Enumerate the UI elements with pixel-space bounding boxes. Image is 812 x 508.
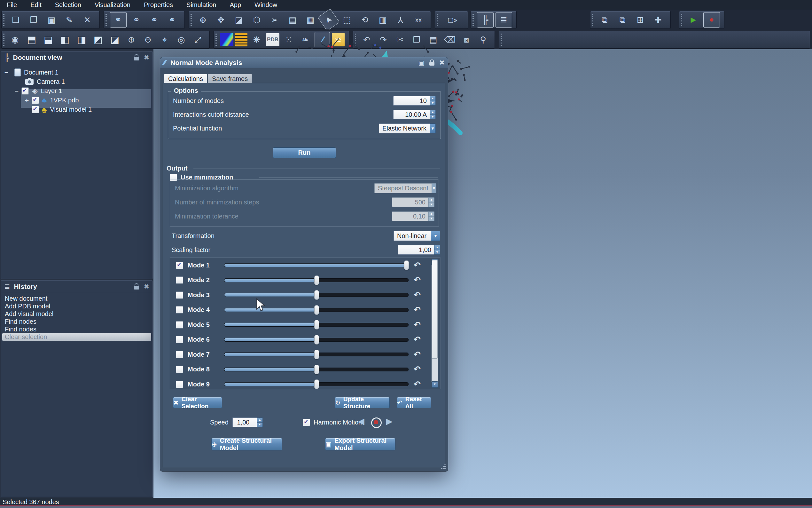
history-item[interactable]: New document bbox=[2, 295, 151, 302]
deselect-layer-icon[interactable]: ⧉ bbox=[614, 12, 630, 27]
mode-amplitude-slider[interactable] bbox=[224, 382, 409, 386]
mode-checkbox[interactable] bbox=[176, 366, 183, 373]
colormap-app-icon[interactable] bbox=[220, 33, 233, 46]
pin-panel-icon[interactable] bbox=[134, 286, 139, 290]
record-simulation-icon[interactable]: ● bbox=[703, 12, 720, 28]
spin-arrows[interactable]: ▲▼ bbox=[430, 96, 436, 105]
pin-panel-icon[interactable] bbox=[134, 57, 139, 60]
mode-amplitude-slider[interactable] bbox=[224, 323, 409, 327]
view-left-icon[interactable]: ◧ bbox=[57, 32, 72, 47]
tree-node-pdb[interactable]: + ♣ 1VPK.pdb bbox=[1, 96, 151, 105]
slider-handle[interactable] bbox=[314, 276, 319, 285]
history-item[interactable]: Find nodes bbox=[2, 318, 151, 325]
mode-list-scrollbar[interactable]: ▲ ▼ bbox=[432, 259, 438, 388]
spin-down-icon[interactable]: ▼ bbox=[430, 101, 436, 106]
history-item[interactable]: Add PDB model bbox=[2, 303, 151, 310]
flash-selection-icon[interactable]: ⚭ bbox=[146, 12, 162, 27]
history-toggle-icon[interactable]: ≣ bbox=[495, 12, 512, 28]
slider-handle[interactable] bbox=[314, 320, 319, 330]
visual-model-visibility-checkbox[interactable] bbox=[32, 106, 39, 113]
mode-reset-icon[interactable]: ↶ bbox=[412, 335, 423, 344]
update-structure-button[interactable]: ↻ Update Structure bbox=[335, 397, 390, 408]
speed-value[interactable]: 1,00 bbox=[232, 418, 257, 427]
mode-reset-icon[interactable]: ↶ bbox=[412, 379, 423, 389]
mode-reset-icon[interactable]: ↶ bbox=[412, 320, 423, 330]
mode-amplitude-slider[interactable] bbox=[224, 368, 409, 371]
clear-selection-button[interactable]: ✖ Clear Selection bbox=[173, 397, 222, 408]
slider-handle[interactable] bbox=[314, 365, 319, 374]
menu-window[interactable]: Window bbox=[248, 0, 284, 10]
spin-arrows[interactable]: ▲▼ bbox=[257, 418, 263, 427]
mode-reset-icon[interactable]: ↶ bbox=[412, 364, 423, 374]
scroll-down-icon[interactable]: ▼ bbox=[432, 381, 438, 388]
view-top-icon[interactable]: ◩ bbox=[91, 32, 105, 47]
pin-dialog-icon[interactable] bbox=[429, 62, 434, 66]
next-frame-icon[interactable]: ▶ bbox=[386, 416, 393, 426]
reset-all-button[interactable]: ↶ Reset All bbox=[397, 397, 431, 408]
cutoff-distance-spinbox[interactable]: 10,00 A ▲▼ bbox=[393, 110, 436, 119]
menu-app[interactable]: App bbox=[223, 0, 248, 10]
mode-reset-icon[interactable]: ↶ bbox=[412, 290, 423, 300]
cutoff-distance-value[interactable]: 10,00 A bbox=[393, 110, 430, 119]
rotate-tool-icon[interactable]: ⟲ bbox=[357, 12, 373, 27]
stop-playback-icon[interactable] bbox=[371, 418, 382, 428]
play-simulation-icon[interactable]: ▶ bbox=[685, 12, 701, 27]
spin-up-icon[interactable]: ▲ bbox=[434, 245, 440, 250]
spin-arrows[interactable]: ▲▼ bbox=[430, 110, 436, 119]
stripes-tool-icon[interactable]: ▤ bbox=[285, 12, 300, 27]
close-document-icon[interactable]: ✕ bbox=[79, 12, 95, 27]
angle-tool-icon[interactable]: ⅄ bbox=[393, 12, 409, 27]
add-tool-icon[interactable]: ⊕ bbox=[195, 12, 211, 27]
tree-node-layer[interactable]: − ◈ Layer 1 bbox=[1, 86, 151, 96]
mode-checkbox[interactable] bbox=[176, 291, 183, 299]
mode-checkbox[interactable] bbox=[176, 262, 183, 269]
number-of-modes-value[interactable]: 10 bbox=[393, 96, 430, 105]
slider-handle[interactable] bbox=[314, 290, 319, 300]
erase-tool-icon[interactable]: ◪ bbox=[231, 12, 247, 27]
open-document-icon[interactable]: ❒ bbox=[26, 12, 42, 27]
hide-selection-icon[interactable]: ⚭ bbox=[110, 12, 127, 28]
slider-handle[interactable] bbox=[314, 350, 319, 359]
mode-amplitude-slider[interactable] bbox=[224, 308, 409, 312]
scrollbar-thumb[interactable] bbox=[432, 260, 438, 358]
save-as-document-icon[interactable]: ✎ bbox=[61, 12, 77, 27]
close-dialog-icon[interactable]: ✖ bbox=[439, 59, 445, 67]
potential-function-dropdown[interactable]: Elastic Network ▼ bbox=[379, 124, 436, 133]
twist-tool-icon[interactable]: xx bbox=[411, 12, 426, 27]
mode-amplitude-slider[interactable] bbox=[224, 293, 409, 297]
ruler-tool-icon[interactable]: ▥ bbox=[375, 12, 391, 27]
zoom-in-icon[interactable]: ⊕ bbox=[124, 32, 139, 47]
lasso-tool-icon[interactable]: ➢ bbox=[267, 12, 283, 27]
create-structural-model-button[interactable]: ⊕ Create Structural Model bbox=[211, 438, 282, 451]
mode-reset-icon[interactable]: ↶ bbox=[412, 350, 423, 359]
add-group-icon[interactable]: ⊞ bbox=[632, 12, 648, 27]
select-layer-icon[interactable]: ⧉ bbox=[596, 12, 613, 27]
mode-amplitude-slider[interactable] bbox=[224, 338, 409, 342]
document-view-toggle-icon[interactable]: ╠ bbox=[477, 12, 493, 28]
export-structural-model-button[interactable]: ▣ Export Structural Model bbox=[325, 438, 395, 451]
slider-handle[interactable] bbox=[314, 379, 319, 389]
mode-reset-icon[interactable]: ↶ bbox=[412, 275, 423, 285]
expand-icon[interactable]: + bbox=[24, 97, 30, 104]
rect-select-tool-icon[interactable]: ⬚ bbox=[339, 12, 355, 27]
slider-handle[interactable] bbox=[314, 305, 319, 315]
number-of-modes-spinbox[interactable]: 10 ▲▼ bbox=[393, 96, 436, 105]
run-button[interactable]: Run bbox=[273, 147, 336, 158]
close-panel-icon[interactable]: ✖ bbox=[144, 283, 149, 291]
dialog-titlebar[interactable]: ∕∕∕∕ Normal Mode Analysis ▣ ✖ bbox=[160, 57, 448, 68]
spin-arrows[interactable]: ▲▼ bbox=[434, 245, 440, 255]
mode-checkbox[interactable] bbox=[176, 336, 183, 343]
mode-reset-icon[interactable]: ↶ bbox=[412, 305, 423, 315]
collapse-icon[interactable]: − bbox=[3, 69, 9, 77]
layer-visibility-checkbox[interactable] bbox=[21, 87, 29, 95]
mode-checkbox[interactable] bbox=[176, 351, 183, 358]
dropdown-arrow-icon[interactable]: ▼ bbox=[431, 231, 440, 241]
spin-down-icon[interactable]: ▼ bbox=[430, 115, 436, 120]
center-view-icon[interactable]: ◎ bbox=[174, 32, 189, 47]
spin-down-icon[interactable]: ▼ bbox=[257, 422, 263, 427]
tree-node-camera[interactable]: Camera 1 bbox=[1, 77, 151, 86]
close-panel-icon[interactable]: ✖ bbox=[144, 54, 149, 61]
view-back-icon[interactable]: ⬓ bbox=[41, 32, 56, 47]
mode-amplitude-slider[interactable] bbox=[224, 278, 409, 282]
mode-checkbox[interactable] bbox=[176, 321, 183, 329]
